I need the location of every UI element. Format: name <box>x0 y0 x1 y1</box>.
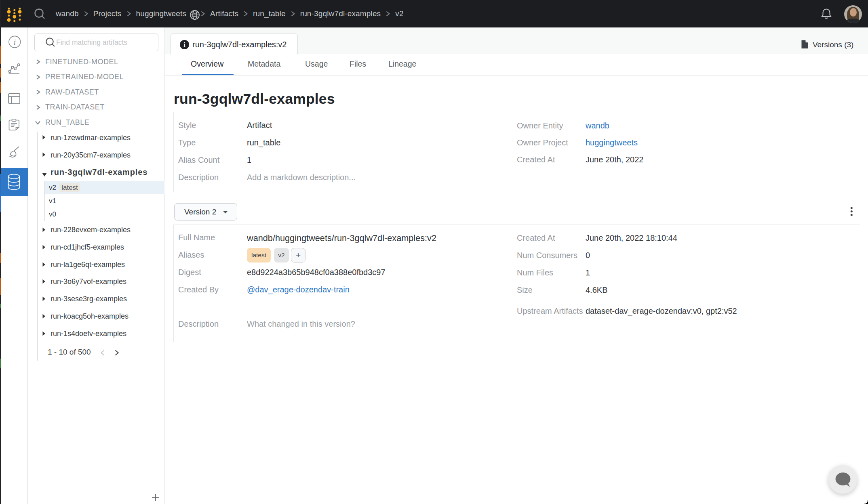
svg-text:i: i <box>14 38 16 46</box>
